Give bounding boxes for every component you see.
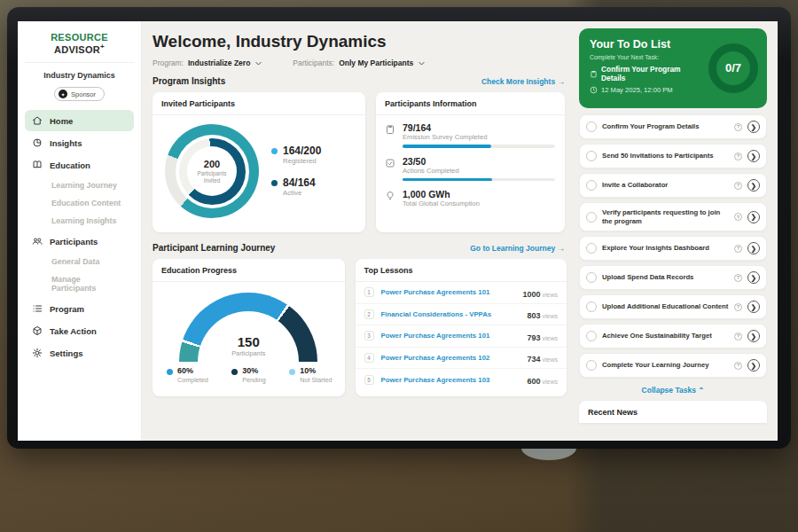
help-icon[interactable]: ? xyxy=(734,245,742,253)
education-icon xyxy=(32,160,43,170)
sidebar-item-education[interactable]: Education xyxy=(25,154,134,176)
sidebar-item-program[interactable]: Program xyxy=(25,298,134,319)
task-checkbox[interactable] xyxy=(586,331,597,341)
sidebar-item-general-data[interactable]: General Data xyxy=(25,253,134,270)
task-checkbox[interactable] xyxy=(586,212,597,223)
task-checkbox[interactable] xyxy=(586,243,597,254)
metric-actions: 23/50 Actions Completed xyxy=(385,156,554,182)
lesson-views: 1000 xyxy=(522,290,540,299)
chevron-right-icon[interactable]: ❯ xyxy=(747,271,760,284)
participants-dropdown[interactable]: Participants: Only My Participants xyxy=(293,59,426,67)
metric-value: 79/164 xyxy=(403,122,555,133)
chevron-right-icon[interactable]: ❯ xyxy=(747,150,760,162)
participants-icon xyxy=(32,236,43,246)
lesson-views: 600 xyxy=(527,377,540,386)
legend-item-pending: 30%Pending xyxy=(231,367,265,384)
sidebar-item-education-content[interactable]: Education Content xyxy=(25,194,134,212)
help-icon[interactable]: ? xyxy=(734,182,742,190)
sidebar-item-home[interactable]: Home xyxy=(25,110,134,131)
sidebar-item-settings[interactable]: Settings xyxy=(25,342,134,364)
lesson-link[interactable]: Power Purchase Agreements 102 xyxy=(381,354,520,362)
sidebar-item-manage-participants[interactable]: Manage Participants xyxy=(25,270,134,297)
sidebar-item-label: Program xyxy=(50,304,84,314)
help-icon[interactable]: ? xyxy=(734,274,742,282)
task-row[interactable]: Confirm Your Program Details ? ❯ xyxy=(579,114,767,139)
task-row[interactable]: Verify participants requesting to join t… xyxy=(579,202,767,231)
task-label: Verify participants requesting to join t… xyxy=(602,208,729,225)
lesson-row[interactable]: 2 Financial Considerations - VPPAs 803vi… xyxy=(356,304,567,326)
sidebar-item-insights[interactable]: Insights xyxy=(25,132,134,153)
lesson-views: 803 xyxy=(527,311,540,320)
lesson-link[interactable]: Power Purchase Agreements 101 xyxy=(381,332,520,340)
recent-news-title: Recent News xyxy=(579,401,767,423)
task-row[interactable]: Invite a Collaborator ? ❯ xyxy=(579,173,767,198)
legend-dot xyxy=(167,369,173,375)
help-icon[interactable]: ? xyxy=(734,213,742,221)
legend-dot xyxy=(271,180,278,186)
task-row[interactable]: Upload Additional Educational Content ? … xyxy=(579,294,767,319)
sidebar-item-take-action[interactable]: Take Action xyxy=(25,320,134,341)
lesson-row[interactable]: 4 Power Purchase Agreements 102 734views xyxy=(356,348,567,370)
chevron-right-icon[interactable]: ❯ xyxy=(747,330,760,342)
lesson-link[interactable]: Power Purchase Agreements 103 xyxy=(381,376,520,384)
metric-consumption: 1,000 GWh Total Global Consumption xyxy=(385,189,554,211)
check-more-insights-link[interactable]: Check More Insights → xyxy=(481,77,565,86)
arrow-right-icon: → xyxy=(558,244,566,253)
task-row[interactable]: Achieve One Sustainability Target ? ❯ xyxy=(579,324,767,348)
gauge-center-value: 150 xyxy=(198,334,299,349)
help-icon[interactable]: ? xyxy=(734,332,742,340)
help-icon[interactable]: ? xyxy=(734,303,742,311)
lesson-link[interactable]: Power Purchase Agreements 101 xyxy=(381,288,516,296)
lesson-row[interactable]: 1 Power Purchase Agreements 101 1000view… xyxy=(356,282,567,304)
brand-primary: RESOURCE xyxy=(51,32,108,43)
program-dropdown[interactable]: Program: Industrialize Zero xyxy=(153,59,262,67)
go-to-learning-journey-link[interactable]: Go to Learning Journey → xyxy=(470,244,565,253)
todo-progress-ring: 0/7 xyxy=(708,43,758,93)
legend-dot xyxy=(289,369,295,375)
lesson-link[interactable]: Financial Considerations - VPPAs xyxy=(381,310,520,318)
task-checkbox[interactable] xyxy=(586,272,597,283)
todo-subtitle: Complete Your Next Task: xyxy=(590,54,703,60)
sponsor-badge[interactable]: ✦ Sponsor xyxy=(54,87,105,101)
task-label: Complete Your Learning Journey xyxy=(602,361,729,370)
sidebar-item-learning-journey[interactable]: Learning Journey xyxy=(25,176,134,194)
lesson-row[interactable]: 3 Power Purchase Agreements 101 793views xyxy=(356,325,567,348)
brand-secondary: ADVISOR xyxy=(54,44,100,55)
lesson-row[interactable]: 5 Power Purchase Agreements 103 600views xyxy=(356,369,567,391)
sidebar-item-label: Participants xyxy=(50,237,98,246)
task-row[interactable]: Complete Your Learning Journey ? ❯ xyxy=(579,353,767,378)
chevron-right-icon[interactable]: ❯ xyxy=(747,179,760,192)
card-title: Invited Participants xyxy=(153,92,365,115)
sidebar-item-learning-insights[interactable]: Learning Insights xyxy=(25,212,134,230)
task-row[interactable]: Explore Your Insights Dashboard ? ❯ xyxy=(579,236,767,261)
collapse-tasks-link[interactable]: Collapse Tasks ⌃ xyxy=(579,382,767,401)
help-icon[interactable]: ? xyxy=(734,123,742,131)
chevron-down-icon xyxy=(254,59,262,67)
pending-label: Pending xyxy=(242,376,265,384)
chevron-right-icon[interactable]: ❯ xyxy=(747,359,760,372)
task-row[interactable]: Send 50 Invitations to Participants ? ❯ xyxy=(579,144,767,168)
help-icon[interactable]: ? xyxy=(734,362,742,370)
org-name: Industry Dynamics xyxy=(25,71,134,80)
task-checkbox[interactable] xyxy=(586,151,597,161)
progress-bar xyxy=(403,178,555,182)
arrow-right-icon: → xyxy=(558,77,566,86)
metric-label: Actions Completed xyxy=(403,167,555,175)
lesson-rank: 3 xyxy=(364,331,374,340)
chevron-right-icon[interactable]: ❯ xyxy=(747,211,760,223)
chevron-right-icon[interactable]: ❯ xyxy=(747,242,760,254)
task-checkbox[interactable] xyxy=(586,121,597,132)
task-checkbox[interactable] xyxy=(586,301,597,312)
main-content: Welcome, Industry Dynamics Program: Indu… xyxy=(142,21,778,441)
task-checkbox[interactable] xyxy=(586,180,597,191)
home-icon xyxy=(32,115,43,126)
chevron-right-icon[interactable]: ❯ xyxy=(747,301,760,313)
chevron-right-icon[interactable]: ❯ xyxy=(747,121,760,133)
help-icon[interactable]: ? xyxy=(734,153,742,160)
sidebar-item-participants[interactable]: Participants xyxy=(25,231,134,252)
brand-plus: + xyxy=(100,43,105,51)
task-checkbox[interactable] xyxy=(586,360,597,371)
task-row[interactable]: Upload Spend Data Records ? ❯ xyxy=(579,265,767,290)
todo-progress-value: 0/7 xyxy=(725,61,741,74)
todo-task-list: Confirm Your Program Details ? ❯ Send 50… xyxy=(579,114,767,382)
